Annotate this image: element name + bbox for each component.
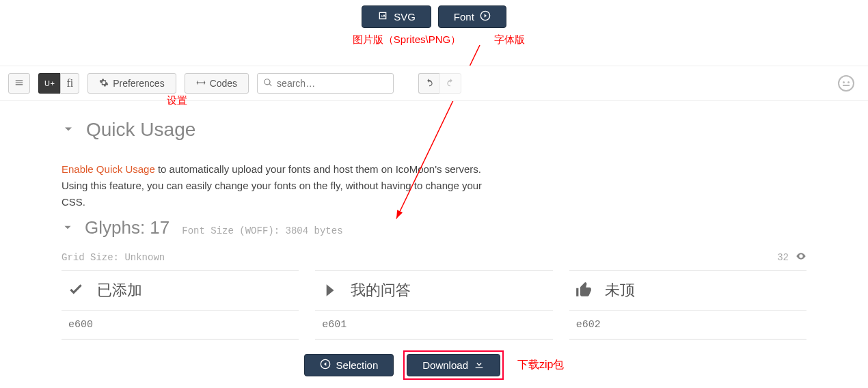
chevron-right-icon	[321, 281, 338, 299]
glyphs-header[interactable]: Glyphs: 17	[62, 217, 169, 238]
generate-font-button[interactable]: Font	[438, 5, 506, 28]
face-icon[interactable]	[838, 75, 854, 92]
generate-svg-label: SVG	[394, 11, 416, 23]
glyph-label: 我的问答	[351, 280, 411, 301]
undo-redo-group	[418, 73, 461, 94]
preferences-label: Preferences	[113, 78, 164, 89]
glyph-code[interactable]: e600	[62, 310, 299, 339]
chevron-down-icon	[62, 217, 74, 238]
toolbar: U+ fi Preferences Codes	[0, 66, 868, 101]
main-content: Quick Usage Enable Quick Usage to automa…	[0, 101, 868, 340]
menu-icon	[14, 78, 24, 89]
codes-label: Codes	[210, 78, 237, 89]
glyph-cell[interactable]: 未顶 e602	[569, 270, 806, 340]
glyph-row: 已添加 e600 我的问答 e601 未顶 e602	[62, 270, 806, 340]
gear-icon	[99, 78, 109, 89]
glyph-code[interactable]: e602	[569, 310, 806, 339]
encoding-toggle-group: U+ fi	[38, 73, 79, 94]
grid-size-label: Grid Size: Unknown	[62, 252, 165, 263]
quick-usage-header[interactable]: Quick Usage	[62, 119, 806, 141]
glyph-cell[interactable]: 已添加 e600	[62, 270, 299, 340]
download-label: Download	[422, 359, 468, 371]
annotation-download-zip: 下载zip包	[517, 358, 564, 372]
bottom-bar: Selection Download 下载zip包	[0, 350, 868, 380]
eye-icon[interactable]	[796, 251, 806, 264]
glyph-label: 已添加	[97, 280, 142, 301]
glyphs-title: Glyphs: 17	[85, 217, 169, 238]
circle-right-icon	[480, 10, 491, 23]
check-icon	[67, 281, 85, 299]
menu-button[interactable]	[8, 73, 30, 94]
annotation-img-version: 图片版（Sprites\PNG）	[335, 33, 478, 46]
search-icon	[263, 78, 273, 89]
annotation-settings: 设置	[167, 94, 187, 107]
redo-icon	[446, 78, 455, 89]
image-icon	[377, 10, 388, 23]
width-icon	[196, 78, 206, 89]
quick-usage-title: Quick Usage	[86, 119, 195, 141]
annotation-download-highlight: Download	[403, 350, 504, 380]
undo-icon	[424, 78, 434, 89]
chevron-down-icon	[62, 119, 75, 141]
selection-button[interactable]: Selection	[304, 354, 394, 376]
generate-svg-button[interactable]: SVG	[362, 5, 431, 28]
glyph-code[interactable]: e601	[315, 310, 552, 339]
redo-button[interactable]	[439, 73, 461, 94]
ligature-toggle[interactable]: fi	[60, 73, 79, 94]
glyph-count: 32	[777, 252, 789, 263]
selection-label: Selection	[336, 359, 379, 371]
glyph-cell[interactable]: 我的问答 e601	[315, 270, 552, 340]
generate-font-label: Font	[454, 11, 474, 23]
codes-button[interactable]: Codes	[185, 73, 249, 94]
download-icon	[474, 359, 485, 372]
annotation-font-version: 字体版	[485, 33, 533, 46]
glyph-label: 未顶	[605, 280, 635, 301]
search-box	[257, 73, 394, 94]
download-button[interactable]: Download	[407, 354, 500, 376]
undo-button[interactable]	[418, 73, 439, 94]
font-size-meta: Font Size (WOFF): 3804 bytes	[182, 225, 342, 236]
unicode-toggle[interactable]: U+	[38, 73, 60, 94]
circle-left-icon	[320, 359, 331, 372]
thumbs-up-icon	[575, 281, 593, 299]
enable-quick-usage-link[interactable]: Enable Quick Usage	[62, 163, 155, 175]
search-input[interactable]	[277, 78, 396, 89]
preferences-button[interactable]: Preferences	[87, 73, 176, 94]
quick-usage-description: Enable Quick Usage to automatically uplo…	[62, 161, 499, 210]
